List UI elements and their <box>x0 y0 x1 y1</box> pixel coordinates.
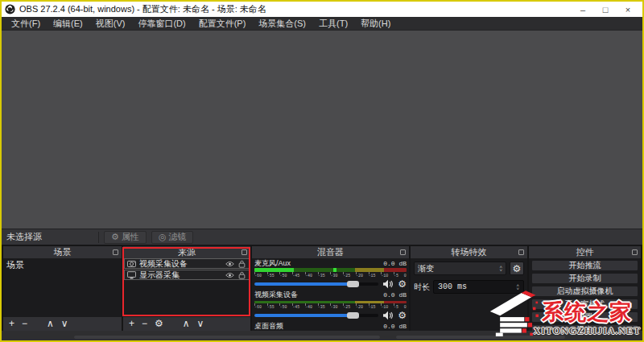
menu-edit[interactable]: 编辑(E) <box>47 17 89 31</box>
menu-view[interactable]: 视图(V) <box>89 17 132 31</box>
mixer-channel-desktop-audio: 桌面音频 0.0 dB <box>254 322 407 331</box>
speaker-icon[interactable] <box>382 279 394 289</box>
start-recording-button[interactable]: 开始录制 <box>531 273 638 284</box>
dock-float-icon[interactable] <box>632 249 638 255</box>
volume-slider[interactable] <box>254 282 378 286</box>
source-label: 视频采集设备 <box>139 258 222 270</box>
source-label: 显示器采集 <box>139 270 222 281</box>
transition-select[interactable]: 渐变 ˄˅ <box>414 262 506 275</box>
close-button[interactable]: × <box>617 2 639 16</box>
eye-icon <box>225 271 234 279</box>
controls-dock: 控件 开始推流 开始录制 启动虚拟摄像机 工作室模式 设置 退出 <box>529 246 641 331</box>
title-bar: OBS 27.2.4 (64-bit, windows) - 配置文件: 未命名… <box>2 2 642 17</box>
mixer-dock-header: 混音器 <box>252 246 409 258</box>
transitions-body: 渐变 ˄˅ ⚙ 时长 300 ms ˄˅ <box>411 258 527 331</box>
gear-icon: ⚙ <box>111 232 119 242</box>
scenes-dock-header: 场景 <box>3 246 122 258</box>
channel-level: 0.0 dB <box>383 260 407 267</box>
eye-icon <box>225 260 234 268</box>
dock-float-icon[interactable] <box>400 249 406 255</box>
preview-canvas[interactable] <box>2 31 642 229</box>
status-bar <box>2 331 642 340</box>
camera-icon <box>127 260 136 268</box>
duration-input[interactable]: 300 ms ˄˅ <box>433 280 524 294</box>
dock-float-icon[interactable] <box>242 249 247 255</box>
scene-up-button[interactable]: ∧ <box>47 317 54 331</box>
maximize-button[interactable]: □ <box>594 2 617 16</box>
status-segment <box>396 336 565 339</box>
scene-list-item[interactable]: 场景 <box>3 258 122 272</box>
lock-icon[interactable] <box>237 260 246 268</box>
exit-button[interactable]: 退出 <box>531 324 638 331</box>
slider-handle[interactable] <box>347 312 359 319</box>
source-down-button[interactable]: ∨ <box>197 317 204 331</box>
start-streaming-button[interactable]: 开始推流 <box>531 260 638 271</box>
menu-scene-collection[interactable]: 场景集合(S) <box>252 17 312 31</box>
duration-label: 时长 <box>414 282 430 293</box>
remove-scene-button[interactable]: − <box>22 317 27 331</box>
menu-help[interactable]: 帮助(H) <box>354 17 397 31</box>
mixer-channel-video-device: 视频采集设备 0.0 dB -60-55-50-45-40-35-30-25-2… <box>254 290 407 321</box>
duration-value: 300 ms <box>438 282 516 291</box>
status-segment <box>74 336 380 339</box>
scene-down-button[interactable]: ∨ <box>61 317 68 331</box>
channel-name: 麦克风/Aux <box>254 258 291 269</box>
menu-docks[interactable]: 停靠窗口(D) <box>131 17 192 31</box>
menu-bar: 文件(F) 编辑(E) 视图(V) 停靠窗口(D) 配置文件(P) 场景集合(S… <box>2 17 642 31</box>
menu-tools[interactable]: 工具(T) <box>312 17 354 31</box>
gear-icon[interactable]: ⚙ <box>398 311 407 320</box>
mixer-channel-mic: 麦克风/Aux 0.0 dB -60-55-50-45-40-35-30-25-… <box>254 259 407 290</box>
transitions-dock-header: 转场特效 <box>411 246 527 258</box>
scenes-title: 场景 <box>3 246 122 258</box>
properties-button[interactable]: ⚙ 属性 <box>104 231 147 244</box>
spinner-updown-icon[interactable]: ˄˅ <box>516 284 519 290</box>
start-virtual-camera-button[interactable]: 启动虚拟摄像机 <box>531 286 638 297</box>
controls-title: 控件 <box>529 246 641 258</box>
source-toolbar: 未选择源 ⚙ 属性 ◎ 滤镜 <box>2 229 642 245</box>
sources-dock-toolbar: + − ⚙ ∧ ∨ <box>123 317 250 331</box>
slider-handle[interactable] <box>347 281 359 287</box>
menu-profile[interactable]: 配置文件(P) <box>192 17 253 31</box>
toolbar-divider <box>98 232 99 243</box>
studio-mode-button[interactable]: 工作室模式 <box>531 299 638 310</box>
chevron-updown-icon[interactable]: ˄˅ <box>499 266 502 272</box>
source-up-button[interactable]: ∧ <box>183 317 190 331</box>
remove-source-button[interactable]: − <box>142 317 147 331</box>
volume-slider[interactable] <box>254 314 378 317</box>
menu-file[interactable]: 文件(F) <box>5 17 47 31</box>
mixer-body: 麦克风/Aux 0.0 dB -60-55-50-45-40-35-30-25-… <box>252 258 409 331</box>
lock-icon[interactable] <box>237 271 246 279</box>
sources-title: 来源 <box>123 246 250 258</box>
source-row-video-capture[interactable]: 视频采集设备 <box>124 258 250 269</box>
transitions-dock: 转场特效 渐变 ˄˅ ⚙ 时长 300 ms ˄˅ <box>411 246 527 331</box>
properties-label: 属性 <box>122 231 139 243</box>
speaker-icon[interactable] <box>382 311 394 320</box>
sources-list[interactable]: 视频采集设备 显示器采集 <box>123 258 250 317</box>
sources-dock: 来源 视频采集设备 <box>123 246 250 331</box>
controls-body: 开始推流 开始录制 启动虚拟摄像机 工作室模式 设置 退出 <box>529 258 641 331</box>
channel-level: 0.0 dB <box>383 291 407 299</box>
add-scene-button[interactable]: + <box>9 317 14 331</box>
dock-area: 场景 场景 + − ∧ ∨ 来源 <box>2 245 642 331</box>
dock-float-icon[interactable] <box>113 249 118 255</box>
dock-float-icon[interactable] <box>518 249 524 255</box>
source-properties-button[interactable]: ⚙ <box>155 317 163 331</box>
gear-icon[interactable]: ⚙ <box>398 279 407 289</box>
meter-scale: -60-55-50-45-40-35-30-25-20-15-10-50 <box>254 272 407 278</box>
window-controls: – □ × <box>572 2 639 16</box>
transition-settings-button[interactable]: ⚙ <box>510 262 524 275</box>
filter-icon: ◎ <box>159 232 167 242</box>
add-source-button[interactable]: + <box>129 317 134 331</box>
meter-scale: -60-55-50-45-40-35-30-25-20-15-10-50 <box>254 303 407 309</box>
source-row-display-capture[interactable]: 显示器采集 <box>124 270 250 280</box>
mixer-title: 混音器 <box>252 246 409 258</box>
source-status-text: 未选择源 <box>6 231 93 243</box>
gear-icon: ⚙ <box>513 264 522 274</box>
monitor-icon <box>127 271 136 279</box>
minimize-button[interactable]: – <box>572 2 594 16</box>
scenes-list[interactable]: 场景 <box>3 258 122 317</box>
settings-button[interactable]: 设置 <box>531 311 638 323</box>
filters-button[interactable]: ◎ 滤镜 <box>151 231 194 244</box>
scenes-dock-toolbar: + − ∧ ∨ <box>3 317 122 331</box>
channel-level: 0.0 dB <box>383 323 407 330</box>
